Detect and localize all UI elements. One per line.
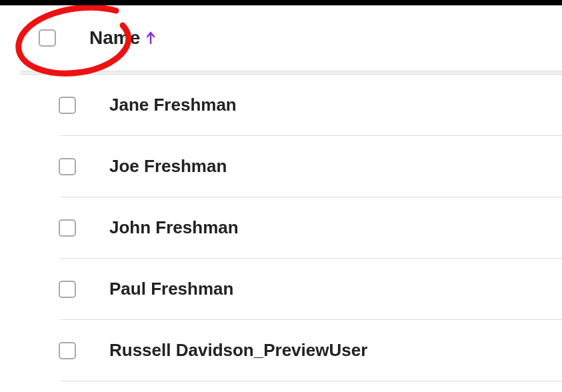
table-row: Jane Freshman (60, 75, 562, 136)
row-checkbox[interactable] (59, 219, 76, 237)
table-row: Joe Freshman (60, 136, 562, 197)
row-name-label[interactable]: Russell Davidson_PreviewUser (109, 340, 367, 361)
select-all-checkbox[interactable] (39, 29, 56, 47)
row-name-label[interactable]: Paul Freshman (109, 279, 233, 299)
table-container: Name Jane FreshmanJoe FreshmanJohn Fresh… (0, 5, 562, 381)
sort-ascending-icon[interactable] (145, 31, 156, 45)
row-checkbox[interactable] (59, 158, 76, 175)
row-name-label[interactable]: Joe Freshman (109, 156, 227, 177)
row-name-label[interactable]: Jane Freshman (109, 95, 237, 115)
row-checkbox[interactable] (59, 97, 76, 114)
table-header-row: Name (20, 5, 562, 71)
window-top-bar (0, 0, 562, 5)
column-header-name[interactable]: Name (89, 27, 140, 49)
table-row: John Freshman (60, 197, 562, 259)
table-row: Paul Freshman (60, 259, 562, 320)
table-row: Russell Davidson_PreviewUser (60, 320, 562, 381)
row-name-label[interactable]: John Freshman (109, 217, 239, 238)
row-checkbox[interactable] (59, 342, 76, 359)
row-checkbox[interactable] (59, 281, 76, 298)
